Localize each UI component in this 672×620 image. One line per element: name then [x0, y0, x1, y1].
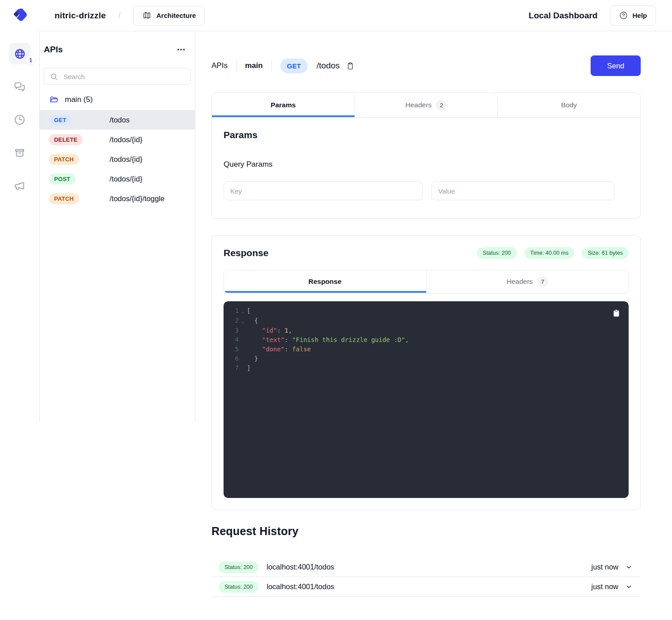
- breadcrumb-separator: /: [118, 11, 121, 20]
- breadcrumb-divider: [271, 59, 272, 72]
- response-headers-count-badge: 7: [537, 276, 548, 287]
- endpoint-row-patch-todo[interactable]: PATCH /todos/{id}: [40, 149, 195, 169]
- local-dashboard-label: Local Dashboard: [528, 11, 597, 21]
- param-key-input[interactable]: [224, 181, 423, 200]
- method-badge: DELETE: [49, 134, 83, 145]
- nitric-logo-icon: [10, 6, 29, 25]
- tab-response-body[interactable]: Response: [224, 270, 427, 293]
- tab-body[interactable]: Body: [498, 93, 640, 117]
- history-status-badge: Status: 200: [219, 581, 258, 593]
- history-row[interactable]: Status: 200 localhost:4001/todos just no…: [211, 557, 641, 577]
- fold-arrow-icon[interactable]: ⌄: [239, 316, 247, 326]
- apis-panel: APIs main (5) GET: [39, 31, 195, 422]
- method-pill-column: POST: [49, 173, 110, 185]
- history-status-badge: Status: 200: [219, 561, 258, 573]
- fold-arrow-icon[interactable]: ⌄: [239, 307, 247, 316]
- history-url: localhost:4001/todos: [266, 582, 334, 591]
- tab-body-label: Body: [561, 101, 577, 109]
- history-row[interactable]: Status: 200 localhost:4001/todos just no…: [211, 577, 641, 597]
- ellipsis-icon: [176, 45, 186, 55]
- endpoint-list: GET /todos DELETE /todos/{id} PATCH /tod…: [40, 110, 195, 208]
- history-row-right: just now: [591, 562, 634, 572]
- params-body: Params Query Params: [212, 118, 640, 218]
- search-input[interactable]: [63, 72, 185, 81]
- request-method-badge: GET: [280, 59, 308, 73]
- line-number: 1: [227, 306, 239, 316]
- icon-rail: 1: [0, 31, 39, 620]
- clipboard-icon: [613, 309, 620, 317]
- architecture-button[interactable]: Architecture: [133, 6, 205, 25]
- main-content: APIs main GET /todos Send Params Heade: [195, 31, 672, 620]
- tab-headers-label: Headers: [406, 101, 432, 109]
- history-list: Status: 200 localhost:4001/todos just no…: [211, 557, 641, 597]
- endpoint-path: /todos/{id}: [110, 155, 142, 164]
- tab-response-headers[interactable]: Headers 7: [427, 270, 629, 293]
- folder-open-icon: [49, 95, 59, 105]
- code-line: 3 "id": 1,: [227, 326, 611, 335]
- tab-params[interactable]: Params: [212, 93, 355, 117]
- nitric-logo[interactable]: [0, 0, 39, 31]
- line-number: 4: [227, 335, 239, 345]
- breadcrumb-api-name: main: [245, 61, 263, 70]
- rail-item-storage[interactable]: [9, 142, 30, 164]
- code-text: "id": 1,: [247, 327, 292, 334]
- response-card: Response Status: 200 Time: 40.00 ms Size…: [211, 235, 641, 510]
- apis-panel-title: APIs: [44, 45, 63, 55]
- top-bar-main: nitric-drizzle / Architecture Local Dash…: [39, 0, 672, 31]
- endpoint-row-patch-toggle[interactable]: PATCH /todos/{id}/toggle: [40, 189, 195, 208]
- tab-response-headers-label: Headers: [507, 278, 533, 286]
- history-expand-button[interactable]: [624, 582, 634, 591]
- api-folder-main[interactable]: main (5): [49, 95, 191, 105]
- send-button[interactable]: Send: [591, 55, 641, 76]
- project-title: nitric-drizzle: [55, 11, 106, 21]
- headers-count-badge: 2: [436, 100, 447, 110]
- method-badge: PATCH: [49, 154, 79, 165]
- request-path: /todos: [317, 61, 340, 71]
- history-expand-button[interactable]: [624, 562, 634, 572]
- tab-headers[interactable]: Headers 2: [355, 93, 498, 117]
- response-tabs: Response Headers 7: [224, 270, 629, 293]
- method-pill-column: GET: [49, 114, 110, 126]
- rail-item-websockets[interactable]: [9, 76, 30, 97]
- method-pill-column: DELETE: [49, 134, 110, 145]
- chevron-down-icon: [625, 563, 633, 571]
- code-text: }: [247, 355, 258, 362]
- endpoint-row-post-todo[interactable]: POST /todos/{id}: [40, 169, 195, 189]
- code-text: ]: [247, 364, 250, 371]
- search-icon: [50, 72, 58, 81]
- copy-response-button[interactable]: [612, 308, 621, 318]
- code-line: 4 "text": "Finish this drizzle guide :D"…: [227, 335, 611, 345]
- endpoint-row-get-todos[interactable]: GET /todos: [40, 110, 195, 130]
- rail-item-schedules[interactable]: [9, 109, 30, 131]
- code-text: [: [247, 307, 250, 314]
- history-row-right: just now: [591, 582, 634, 591]
- response-code-editor[interactable]: 1⌄[2⌄ {3 "id": 1,4 "text": "Finish this …: [224, 301, 629, 498]
- apis-menu-button[interactable]: [174, 43, 188, 56]
- apis-count-badge: 1: [25, 55, 36, 65]
- history-time: just now: [591, 582, 618, 591]
- tab-response-label: Response: [309, 278, 342, 286]
- method-pill-column: PATCH: [49, 154, 110, 165]
- rail-item-topics[interactable]: [9, 175, 30, 197]
- method-pill-column: PATCH: [49, 193, 110, 204]
- copy-path-button[interactable]: [345, 61, 355, 71]
- line-number: 3: [227, 326, 239, 335]
- line-number: 7: [227, 363, 239, 373]
- folder-label: main (5): [65, 95, 93, 104]
- method-badge: PATCH: [49, 193, 79, 204]
- line-number: 6: [227, 354, 239, 363]
- globe-icon: [14, 48, 26, 60]
- map-icon: [142, 11, 152, 20]
- method-badge: POST: [49, 173, 76, 185]
- endpoint-row-delete-todo[interactable]: DELETE /todos/{id}: [40, 130, 195, 149]
- architecture-label: Architecture: [156, 12, 196, 19]
- code-line: 5 "done": false: [227, 345, 611, 354]
- rail-item-apis[interactable]: 1: [9, 43, 30, 64]
- help-button[interactable]: Help: [610, 5, 656, 25]
- history-url: localhost:4001/todos: [266, 563, 334, 571]
- request-bar: APIs main GET /todos Send: [211, 55, 641, 76]
- param-value-input[interactable]: [431, 181, 614, 200]
- request-tabs: Params Headers 2 Body: [212, 93, 640, 118]
- response-badges: Status: 200 Time: 40.00 ms Size: 61 byte…: [477, 247, 629, 259]
- chat-bubbles-icon: [13, 80, 26, 93]
